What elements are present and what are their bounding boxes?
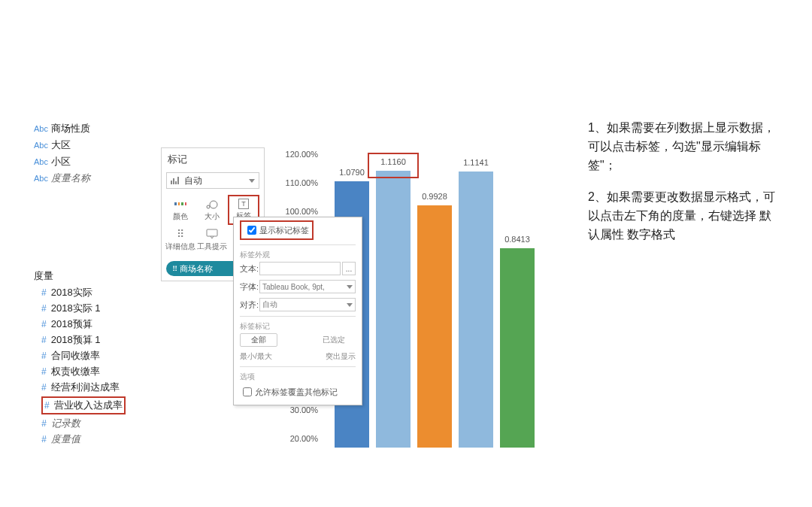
- measure-item[interactable]: #2018实际 1: [41, 302, 126, 315]
- bar-label: 0.9928: [417, 192, 452, 201]
- overlap-text: 允许标签覆盖其他标记: [255, 387, 338, 398]
- detail-icon: ⠿: [174, 228, 187, 240]
- align-label: 对齐:: [240, 299, 259, 311]
- measure-item[interactable]: #2018预算 1: [41, 333, 126, 347]
- align-dropdown[interactable]: 自动: [259, 298, 356, 311]
- measure-label: 权责收缴率: [51, 365, 100, 378]
- marks-title: 标记: [162, 148, 264, 171]
- bar-label: 0.8413: [500, 235, 535, 244]
- marks-size[interactable]: 大小: [196, 195, 228, 225]
- abc-icon: Abc: [34, 157, 48, 166]
- hash-icon: #: [44, 400, 50, 411]
- hash-icon: #: [41, 418, 47, 429]
- y-tick: 110.00%: [274, 178, 318, 187]
- dim-item[interactable]: Abc商场性质: [34, 122, 90, 135]
- dim-item[interactable]: Abc小区: [34, 155, 90, 168]
- mark-type-dropdown[interactable]: 自动: [166, 172, 259, 189]
- y-tick: 100.00%: [274, 207, 318, 216]
- toggle-selected[interactable]: 已选定: [312, 334, 356, 346]
- label-popup: 显示标记标签 标签外观 文本: ... 字体: Tableau Book, 9p…: [233, 217, 362, 405]
- hash-icon: #: [41, 351, 47, 361]
- dim-label: 小区: [51, 155, 71, 168]
- measure-item[interactable]: #2018预算: [41, 317, 126, 331]
- dim-label: 商场性质: [51, 122, 90, 135]
- hash-icon: #: [41, 319, 47, 329]
- chevron-down-icon: [347, 303, 353, 307]
- measure-item[interactable]: #经营利润达成率: [41, 381, 126, 394]
- marks-cell-label: 大小: [205, 211, 220, 222]
- dim-item[interactable]: Abc大区: [34, 138, 90, 152]
- svg-point-1: [210, 201, 217, 208]
- dim-item[interactable]: Abc度量名称: [34, 172, 90, 185]
- measure-item[interactable]: #度量值: [41, 433, 126, 446]
- measure-label: 记录数: [51, 417, 80, 430]
- hash-icon: #: [41, 434, 47, 445]
- group-options: 选项: [234, 369, 362, 382]
- y-tick: 120.00%: [274, 150, 318, 159]
- dropdown-value: 自动: [184, 175, 202, 187]
- pill-label: 商场名称: [180, 263, 213, 275]
- hash-icon: #: [41, 303, 47, 314]
- measure-item[interactable]: #合同收缴率: [41, 349, 126, 363]
- show-labels-text: 显示标记标签: [259, 225, 309, 236]
- y-tick: 20.00%: [274, 434, 318, 443]
- font-value: Tableau Book, 9pt,: [262, 283, 325, 291]
- dim-label: 度量名称: [51, 172, 90, 185]
- instruction-2: 2、如果需要更改数据显示格式，可以点击左下角的度量，右键选择 默认属性 数字格式: [588, 188, 780, 244]
- abc-icon: Abc: [34, 124, 48, 133]
- measures-list: #2018实际 #2018实际 1 #2018预算 #2018预算 1 #合同收…: [41, 286, 126, 448]
- marks-cell-label: 颜色: [173, 211, 188, 222]
- bar[interactable]: 1.1160: [376, 171, 411, 448]
- show-labels-checkbox[interactable]: [247, 226, 256, 235]
- font-label: 字体:: [240, 281, 259, 293]
- svg-point-0: [207, 205, 210, 208]
- toggle-highlight[interactable]: 突出显示: [326, 351, 356, 362]
- align-value: 自动: [262, 299, 277, 310]
- measure-item-highlighted[interactable]: #营业收入达成率: [41, 396, 126, 414]
- y-tick: 30.00%: [274, 405, 318, 414]
- text-label: 文本:: [240, 263, 259, 275]
- measure-item[interactable]: #记录数: [41, 417, 126, 430]
- measure-label: 合同收缴率: [51, 349, 100, 363]
- hash-icon: #: [41, 335, 47, 345]
- measures-header: 度量: [34, 269, 53, 283]
- bar-label: 1.1141: [459, 158, 493, 167]
- bar-label: 1.0790: [335, 168, 369, 177]
- abc-icon: Abc: [34, 141, 48, 150]
- group-appearance: 标签外观: [234, 247, 362, 260]
- text-input[interactable]: [259, 262, 341, 275]
- text-edit-button[interactable]: ...: [342, 262, 356, 275]
- hash-icon: #: [41, 287, 47, 298]
- dim-label: 大区: [51, 138, 71, 152]
- measure-item[interactable]: #2018实际: [41, 286, 126, 299]
- font-dropdown[interactable]: Tableau Book, 9pt,: [259, 280, 356, 293]
- measure-label: 营业收入达成率: [54, 399, 123, 412]
- hash-icon: #: [41, 366, 47, 377]
- bar[interactable]: 1.1141: [459, 172, 493, 448]
- label-icon: T: [238, 199, 249, 209]
- color-icon: [174, 198, 187, 210]
- size-icon: [205, 198, 219, 210]
- chevron-down-icon: [249, 179, 255, 183]
- dots-icon: ⠿: [172, 265, 177, 273]
- toggle-all[interactable]: 全部: [240, 333, 277, 347]
- svg-rect-2: [207, 229, 217, 236]
- bar[interactable]: 0.9928: [417, 205, 452, 448]
- measure-label: 2018预算 1: [51, 333, 101, 347]
- toggle-minmax[interactable]: 最小/最大: [240, 351, 272, 362]
- abc-icon: Abc: [34, 174, 48, 183]
- bar[interactable]: 0.8413: [500, 248, 535, 448]
- show-labels-highlight: 显示标记标签: [240, 220, 314, 240]
- bar-type-icon: [171, 177, 180, 184]
- chevron-down-icon: [347, 285, 353, 289]
- marks-tooltip[interactable]: 工具提示: [196, 225, 228, 255]
- hash-icon: #: [41, 382, 47, 393]
- marks-color[interactable]: 颜色: [165, 195, 196, 225]
- instruction-1: 1、如果需要在列数据上显示数据，可以点击标签，勾选"显示编辑标签"；: [588, 119, 780, 175]
- measure-label: 2018预算: [51, 317, 92, 331]
- measure-label: 度量值: [51, 433, 80, 446]
- overlap-checkbox[interactable]: [243, 387, 252, 396]
- dimensions-list: Abc商场性质 Abc大区 Abc小区 Abc度量名称: [34, 122, 90, 188]
- marks-detail[interactable]: ⠿ 详细信息: [165, 225, 196, 255]
- measure-item[interactable]: #权责收缴率: [41, 365, 126, 378]
